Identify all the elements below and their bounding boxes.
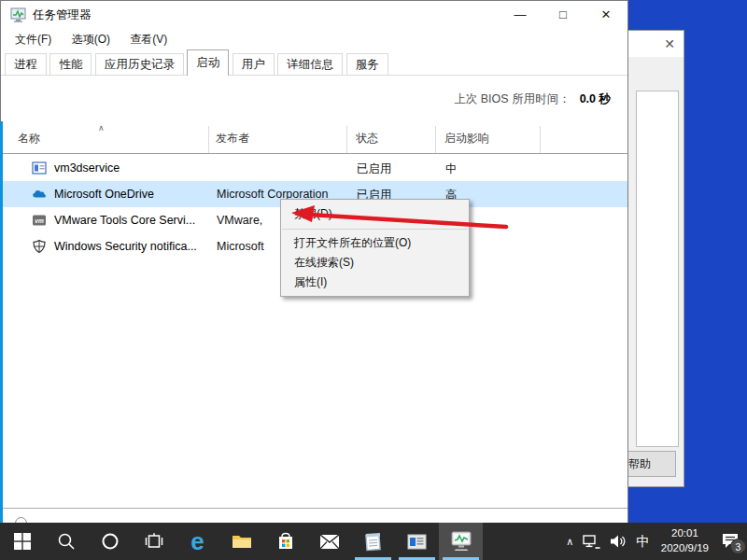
context-menu-item-search-online[interactable]: 在线搜索(S) xyxy=(281,253,469,273)
column-header-name[interactable]: 名称 xyxy=(18,131,40,147)
store-icon xyxy=(276,532,295,551)
app-window-icon xyxy=(407,534,427,550)
app-window-icon xyxy=(32,161,47,175)
table-row[interactable]: vm3dservice 已启用 中 xyxy=(2,155,627,181)
startup-item-name: vm3dservice xyxy=(54,161,120,175)
task-manager-icon xyxy=(10,7,26,22)
clock[interactable]: 20:01 2020/9/19 xyxy=(655,523,715,560)
cortana-button[interactable] xyxy=(88,523,132,560)
background-dialog: ✕ 帮助 xyxy=(627,30,684,487)
notepad-icon xyxy=(364,532,382,552)
cortana-icon xyxy=(101,532,120,551)
tab-strip: 进程 性能 应用历史记录 启动 用户 详细信息 服务 xyxy=(5,49,627,76)
tab-performance[interactable]: 性能 xyxy=(49,53,92,76)
close-button[interactable]: ✕ xyxy=(585,1,627,29)
context-menu: 禁用(D) 打开文件所在的位置(O) 在线搜索(S) 属性(I) xyxy=(280,199,470,297)
svg-text:vm: vm xyxy=(35,217,44,224)
column-divider[interactable] xyxy=(208,126,209,153)
vmware-icon: vm xyxy=(32,213,47,228)
network-icon[interactable] xyxy=(578,523,605,560)
menu-options[interactable]: 选项(O) xyxy=(63,29,119,49)
tab-details[interactable]: 详细信息 xyxy=(277,53,343,76)
sort-ascending-icon: ∧ xyxy=(98,123,105,133)
action-center-button[interactable]: 3 xyxy=(715,523,747,560)
bios-time-label: 上次 BIOS 所用时间： xyxy=(454,92,570,105)
file-explorer-button[interactable] xyxy=(219,523,263,560)
background-window-edge xyxy=(0,121,3,523)
desktop: ✕ 帮助 任务管理器 — □ ✕ 文件(F) 选项(O) 查看(V) xyxy=(0,0,747,560)
taskbar: e xyxy=(0,523,747,560)
column-divider[interactable] xyxy=(540,126,541,153)
background-dialog-titlebar xyxy=(627,31,684,57)
edge-icon: e xyxy=(190,529,204,553)
window-title: 任务管理器 xyxy=(33,1,92,29)
startup-item-publisher: Microsoft xyxy=(217,240,264,253)
mail-icon xyxy=(319,534,340,550)
task-view-icon xyxy=(145,532,163,551)
context-menu-item-disable[interactable]: 禁用(D) xyxy=(281,203,469,226)
app-window-button[interactable] xyxy=(395,523,439,560)
maximize-button[interactable]: □ xyxy=(542,1,585,29)
file-explorer-icon xyxy=(232,533,252,550)
tray-chevron-up-icon[interactable]: ∧ xyxy=(561,523,578,560)
menu-view[interactable]: 查看(V) xyxy=(121,29,176,49)
onedrive-cloud-icon xyxy=(32,187,47,202)
notepad-button[interactable] xyxy=(351,523,395,560)
tab-services[interactable]: 服务 xyxy=(346,53,388,76)
close-icon[interactable]: ✕ xyxy=(664,36,675,51)
bios-time-value: 0.0 秒 xyxy=(580,92,611,105)
menu-file[interactable]: 文件(F) xyxy=(7,29,60,49)
column-header-publisher[interactable]: 发布者 xyxy=(216,131,249,147)
task-view-button[interactable] xyxy=(132,523,176,560)
startup-item-name: VMware Tools Core Servi... xyxy=(54,214,195,227)
system-tray: ∧ 中 20:01 2020/9/ xyxy=(561,523,747,560)
last-bios-time: 上次 BIOS 所用时间：0.0 秒 xyxy=(454,91,611,107)
startup-item-name: Microsoft OneDrive xyxy=(54,188,154,201)
store-button[interactable] xyxy=(263,523,307,560)
search-button[interactable] xyxy=(44,523,88,560)
startup-item-impact: 中 xyxy=(445,161,458,177)
background-dialog-panel xyxy=(636,91,679,447)
startup-item-publisher: VMware, xyxy=(217,214,262,227)
start-button[interactable] xyxy=(0,523,44,560)
notification-badge: 3 xyxy=(730,539,746,554)
clock-date: 2020/9/19 xyxy=(661,541,709,556)
tab-users[interactable]: 用户 xyxy=(233,53,275,76)
startup-item-status: 已启用 xyxy=(357,161,392,177)
startup-item-name: Windows Security notifica... xyxy=(54,240,197,253)
column-header-row: ∧ 名称 发布者 状态 启动影响 xyxy=(1,123,628,154)
volume-icon[interactable] xyxy=(605,523,631,560)
mail-button[interactable] xyxy=(307,523,351,560)
column-divider[interactable] xyxy=(346,126,347,153)
search-icon xyxy=(57,532,76,551)
minimize-button[interactable]: — xyxy=(499,1,542,29)
statusbar-divider xyxy=(1,508,627,509)
task-manager-taskbar-button[interactable] xyxy=(439,523,483,560)
column-header-impact[interactable]: 启动影响 xyxy=(444,131,489,147)
context-menu-item-properties[interactable]: 属性(I) xyxy=(281,273,469,292)
context-menu-item-open-file-location[interactable]: 打开文件所在的位置(O) xyxy=(281,233,469,253)
clock-time: 20:01 xyxy=(661,526,709,541)
tab-startup[interactable]: 启动 xyxy=(187,49,229,76)
shield-icon xyxy=(32,239,47,254)
context-menu-separator xyxy=(282,229,468,230)
menu-bar: 文件(F) 选项(O) 查看(V) xyxy=(7,29,176,49)
edge-button[interactable]: e xyxy=(176,523,219,560)
column-divider[interactable] xyxy=(435,126,436,153)
tab-processes[interactable]: 进程 xyxy=(5,53,47,76)
task-manager-icon xyxy=(450,531,472,552)
tab-app-history[interactable]: 应用历史记录 xyxy=(95,53,184,76)
column-header-status[interactable]: 状态 xyxy=(356,131,378,147)
title-bar[interactable]: 任务管理器 — □ ✕ xyxy=(1,1,627,29)
ime-indicator[interactable]: 中 xyxy=(631,523,655,560)
windows-logo-icon xyxy=(14,533,31,550)
